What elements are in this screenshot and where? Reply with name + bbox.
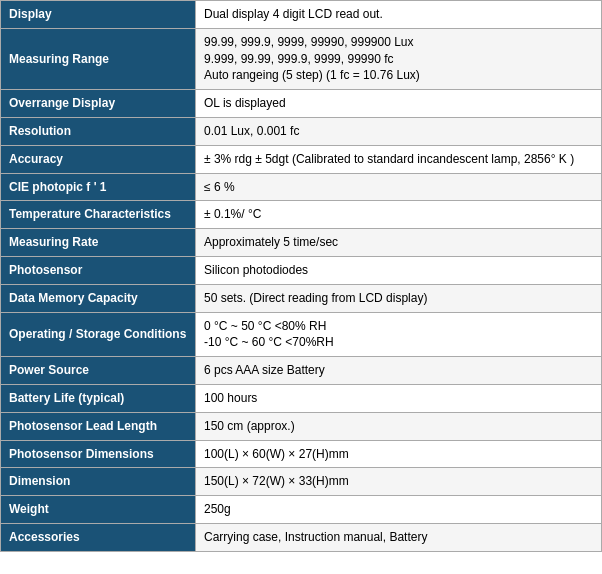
spec-value: Silicon photodiodes xyxy=(196,256,602,284)
spec-label: Measuring Range xyxy=(1,28,196,89)
spec-value: Approximately 5 time/sec xyxy=(196,229,602,257)
table-row: Accuracy± 3% rdg ± 5dgt (Calibrated to s… xyxy=(1,145,602,173)
spec-value: 150 cm (approx.) xyxy=(196,412,602,440)
spec-label: Resolution xyxy=(1,117,196,145)
spec-value: ± 0.1%/ °C xyxy=(196,201,602,229)
table-row: Dimension150(L) × 72(W) × 33(H)mm xyxy=(1,468,602,496)
spec-value: 150(L) × 72(W) × 33(H)mm xyxy=(196,468,602,496)
spec-value: ± 3% rdg ± 5dgt (Calibrated to standard … xyxy=(196,145,602,173)
spec-value: 0.01 Lux, 0.001 fc xyxy=(196,117,602,145)
spec-value: OL is displayed xyxy=(196,90,602,118)
spec-value: ≤ 6 % xyxy=(196,173,602,201)
spec-value: 99.99, 999.9, 9999, 99990, 999900 Lux9.9… xyxy=(196,28,602,89)
table-row: AccessoriesCarrying case, Instruction ma… xyxy=(1,523,602,551)
spec-label: CIE photopic f ' 1 xyxy=(1,173,196,201)
spec-label: Temperature Characteristics xyxy=(1,201,196,229)
table-row: Battery Life (typical)100 hours xyxy=(1,384,602,412)
spec-value: 0 °C ~ 50 °C <80% RH-10 °C ~ 60 °C <70%R… xyxy=(196,312,602,357)
spec-label: Overrange Display xyxy=(1,90,196,118)
table-row: Photosensor Lead Length150 cm (approx.) xyxy=(1,412,602,440)
spec-value: 250g xyxy=(196,496,602,524)
spec-value: 50 sets. (Direct reading from LCD displa… xyxy=(196,284,602,312)
spec-label: Battery Life (typical) xyxy=(1,384,196,412)
spec-value: Carrying case, Instruction manual, Batte… xyxy=(196,523,602,551)
table-row: PhotosensorSilicon photodiodes xyxy=(1,256,602,284)
spec-label: Accessories xyxy=(1,523,196,551)
spec-value: 6 pcs AAA size Battery xyxy=(196,357,602,385)
table-row: Temperature Characteristics± 0.1%/ °C xyxy=(1,201,602,229)
spec-label: Data Memory Capacity xyxy=(1,284,196,312)
spec-label: Operating / Storage Conditions xyxy=(1,312,196,357)
spec-label: Photosensor Dimensions xyxy=(1,440,196,468)
table-row: Data Memory Capacity50 sets. (Direct rea… xyxy=(1,284,602,312)
spec-label: Weight xyxy=(1,496,196,524)
spec-label: Accuracy xyxy=(1,145,196,173)
spec-label: Photosensor xyxy=(1,256,196,284)
table-row: CIE photopic f ' 1≤ 6 % xyxy=(1,173,602,201)
table-row: Resolution0.01 Lux, 0.001 fc xyxy=(1,117,602,145)
table-row: DisplayDual display 4 digit LCD read out… xyxy=(1,1,602,29)
spec-label: Display xyxy=(1,1,196,29)
table-row: Photosensor Dimensions100(L) × 60(W) × 2… xyxy=(1,440,602,468)
specs-table: DisplayDual display 4 digit LCD read out… xyxy=(0,0,602,552)
spec-value: 100 hours xyxy=(196,384,602,412)
table-row: Weight250g xyxy=(1,496,602,524)
table-row: Measuring RateApproximately 5 time/sec xyxy=(1,229,602,257)
table-row: Power Source6 pcs AAA size Battery xyxy=(1,357,602,385)
spec-value: 100(L) × 60(W) × 27(H)mm xyxy=(196,440,602,468)
spec-value: Dual display 4 digit LCD read out. xyxy=(196,1,602,29)
table-row: Measuring Range99.99, 999.9, 9999, 99990… xyxy=(1,28,602,89)
spec-label: Power Source xyxy=(1,357,196,385)
spec-label: Measuring Rate xyxy=(1,229,196,257)
table-row: Operating / Storage Conditions0 °C ~ 50 … xyxy=(1,312,602,357)
spec-label: Photosensor Lead Length xyxy=(1,412,196,440)
table-row: Overrange DisplayOL is displayed xyxy=(1,90,602,118)
spec-label: Dimension xyxy=(1,468,196,496)
